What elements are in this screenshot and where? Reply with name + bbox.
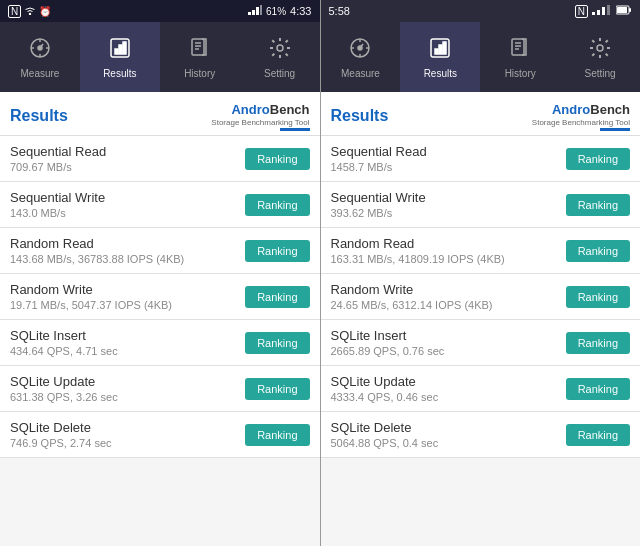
right-logo-text: AndroBench: [552, 100, 630, 118]
left-logo-subtitle: Storage Benchmarking Tool: [211, 118, 309, 127]
right-time: 5:58: [329, 5, 350, 17]
svg-rect-8: [115, 49, 118, 54]
right-measure-label: Measure: [341, 68, 380, 79]
right-ranking-btn-6[interactable]: Ranking: [566, 424, 630, 446]
right-logo-bench: Bench: [590, 102, 630, 117]
signal-icon: [248, 5, 262, 17]
left-status-left-icons: N ⏰: [8, 5, 51, 18]
svg-rect-9: [119, 45, 122, 54]
right-ranking-btn-0[interactable]: Ranking: [566, 148, 630, 170]
left-row-4: SQLite Insert 434.64 QPS, 4.71 sec Ranki…: [0, 320, 320, 366]
left-ranking-btn-3[interactable]: Ranking: [245, 286, 309, 308]
left-results-header: Results AndroBench Storage Benchmarking …: [0, 92, 320, 136]
right-row-1: Sequential Write 393.62 MB/s Ranking: [321, 182, 641, 228]
right-row-2: Random Read 163.31 MB/s, 41809.19 IOPS (…: [321, 228, 641, 274]
right-status-bar: 5:58 N: [321, 0, 641, 22]
right-ranking-btn-1[interactable]: Ranking: [566, 194, 630, 216]
right-measure-icon: [348, 36, 372, 64]
svg-point-12: [277, 45, 283, 51]
svg-rect-13: [592, 12, 595, 15]
left-results-label: Results: [103, 68, 136, 79]
right-ranking-btn-2[interactable]: Ranking: [566, 240, 630, 262]
svg-point-21: [358, 46, 362, 50]
left-bench-name-3: Random Write: [10, 282, 237, 297]
right-bench-value-6: 5064.88 QPS, 0.4 sec: [331, 437, 558, 449]
left-nav-history[interactable]: History: [160, 22, 240, 92]
right-ranking-btn-5[interactable]: Ranking: [566, 378, 630, 400]
right-signal-bars: [592, 5, 612, 17]
left-ranking-btn-5[interactable]: Ranking: [245, 378, 309, 400]
right-bench-value-3: 24.65 MB/s, 6312.14 IOPS (4KB): [331, 299, 558, 311]
left-nav-setting[interactable]: Setting: [240, 22, 320, 92]
left-results-title: Results: [10, 107, 68, 125]
left-battery-text: 61%: [266, 6, 286, 17]
left-content: Results AndroBench Storage Benchmarking …: [0, 92, 320, 546]
right-history-icon: [508, 36, 532, 64]
right-bench-value-4: 2665.89 QPS, 0.76 sec: [331, 345, 558, 357]
left-bench-value-4: 434.64 QPS, 4.71 sec: [10, 345, 237, 357]
right-nfc-icon: N: [575, 5, 588, 18]
right-bench-name-6: SQLite Delete: [331, 420, 558, 435]
measure-icon: [28, 36, 52, 64]
left-nav-results[interactable]: Results: [80, 22, 160, 92]
left-bench-name-2: Random Read: [10, 236, 237, 251]
left-ranking-btn-6[interactable]: Ranking: [245, 424, 309, 446]
right-bench-name-4: SQLite Insert: [331, 328, 558, 343]
svg-point-27: [597, 45, 603, 51]
left-bench-value-3: 19.71 MB/s, 5047.37 IOPS (4KB): [10, 299, 237, 311]
right-battery-icon: [616, 5, 632, 17]
left-bench-name-5: SQLite Update: [10, 374, 237, 389]
left-bench-name-4: SQLite Insert: [10, 328, 237, 343]
svg-rect-25: [443, 42, 446, 54]
left-ranking-btn-1[interactable]: Ranking: [245, 194, 309, 216]
right-ranking-btn-3[interactable]: Ranking: [566, 286, 630, 308]
right-bench-name-2: Random Read: [331, 236, 558, 251]
svg-rect-23: [435, 49, 438, 54]
right-status-left-icons: 5:58: [329, 5, 350, 17]
right-bench-name-1: Sequential Write: [331, 190, 558, 205]
left-logo: AndroBench Storage Benchmarking Tool: [211, 100, 309, 131]
left-nav-measure[interactable]: Measure: [0, 22, 80, 92]
svg-rect-10: [123, 42, 126, 54]
left-time: 4:33: [290, 5, 311, 17]
right-bench-name-5: SQLite Update: [331, 374, 558, 389]
right-history-label: History: [505, 68, 536, 79]
right-logo-bar: [600, 128, 630, 131]
svg-rect-16: [607, 5, 610, 15]
right-bench-value-2: 163.31 MB/s, 41809.19 IOPS (4KB): [331, 253, 558, 265]
right-nav-results[interactable]: Results: [400, 22, 480, 92]
svg-rect-15: [602, 7, 605, 15]
setting-icon: [268, 36, 292, 64]
svg-rect-3: [256, 7, 259, 15]
alarm-icon: ⏰: [39, 6, 51, 17]
right-nav-history[interactable]: History: [480, 22, 560, 92]
right-ranking-btn-4[interactable]: Ranking: [566, 332, 630, 354]
right-logo: AndroBench Storage Benchmarking Tool: [532, 100, 630, 131]
right-results-title: Results: [331, 107, 389, 125]
svg-rect-1: [248, 12, 251, 15]
left-row-6: SQLite Delete 746.9 QPS, 2.74 sec Rankin…: [0, 412, 320, 458]
left-ranking-btn-0[interactable]: Ranking: [245, 148, 309, 170]
right-row-0: Sequential Read 1458.7 MB/s Ranking: [321, 136, 641, 182]
right-bench-value-5: 4333.4 QPS, 0.46 sec: [331, 391, 558, 403]
left-logo-text: AndroBench: [231, 100, 309, 118]
right-bench-name-3: Random Write: [331, 282, 558, 297]
right-content: Results AndroBench Storage Benchmarking …: [321, 92, 641, 546]
left-status-right: 61% 4:33: [248, 5, 311, 17]
svg-rect-26: [512, 39, 524, 55]
right-row-6: SQLite Delete 5064.88 QPS, 0.4 sec Ranki…: [321, 412, 641, 458]
left-ranking-btn-4[interactable]: Ranking: [245, 332, 309, 354]
right-nav-setting[interactable]: Setting: [560, 22, 640, 92]
svg-rect-19: [617, 7, 627, 13]
wifi-icon: [24, 5, 36, 17]
right-logo-subtitle: Storage Benchmarking Tool: [532, 118, 630, 127]
results-icon: [108, 36, 132, 64]
svg-rect-14: [597, 10, 600, 15]
right-panel: 5:58 N: [321, 0, 641, 546]
left-ranking-btn-2[interactable]: Ranking: [245, 240, 309, 262]
left-logo-bench: Bench: [270, 102, 310, 117]
right-nav-measure[interactable]: Measure: [321, 22, 401, 92]
left-bench-value-0: 709.67 MB/s: [10, 161, 237, 173]
right-status-right: N: [575, 5, 632, 18]
svg-rect-4: [260, 5, 262, 15]
